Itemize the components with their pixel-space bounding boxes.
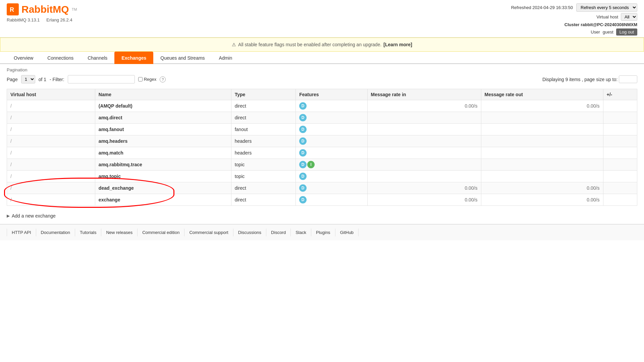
footer-link-plugins[interactable]: Plugins — [311, 229, 335, 236]
col-rate-in: Message rate in — [367, 89, 481, 100]
exchange-tbody: /(AMQP default)directD0.00/s0.00/s/amq.d… — [7, 100, 637, 206]
table-row[interactable]: /amq.matchheadersD — [7, 147, 637, 159]
durable-badge: D — [299, 102, 307, 110]
warning-link[interactable]: [Learn more] — [383, 42, 412, 47]
page-select[interactable]: 1 — [21, 75, 35, 83]
durable-badge: D — [299, 173, 307, 180]
cell-vhost: / — [7, 194, 95, 206]
cell-name[interactable]: (AMQP default) — [95, 100, 231, 112]
cluster-row: Cluster rabbit@PC-20240308NMXM — [511, 22, 637, 27]
page-size-input[interactable]: 100 — [619, 75, 637, 83]
col-vhost: Virtual host — [7, 89, 95, 100]
footer-nav: HTTP APIDocumentationTutorialsNew releas… — [0, 224, 644, 240]
cell-features: D — [296, 171, 367, 182]
footer-link-http-api[interactable]: HTTP API — [7, 229, 36, 236]
top-right: Refreshed 2024-04-29 16:33:50 Refresh ev… — [511, 3, 637, 36]
table-row[interactable]: /exchangedirectD0.00/s0.00/s — [7, 194, 637, 206]
regex-label[interactable]: Regex — [138, 77, 157, 82]
cell-vhost: / — [7, 124, 95, 135]
cell-rate-in — [367, 171, 481, 182]
footer-link-discussions[interactable]: Discussions — [233, 229, 266, 236]
cell-rate-out — [481, 159, 603, 171]
table-row[interactable]: /amq.rabbitmq.tracetopicDI — [7, 159, 637, 171]
durable-badge: D — [299, 161, 307, 168]
cell-rate-in — [367, 159, 481, 171]
user-label: User — [591, 29, 600, 35]
page-label: Page — [7, 77, 18, 82]
erlang-version: Erlang 26.2.4 — [46, 17, 72, 22]
cell-features: D — [296, 194, 367, 206]
tab-queues[interactable]: Queues and Streams — [153, 52, 212, 64]
cell-name[interactable]: amq.direct — [95, 112, 231, 124]
footer-link-documentation[interactable]: Documentation — [36, 229, 75, 236]
cell-features: D — [296, 135, 367, 147]
cell-name[interactable]: amq.fanout — [95, 124, 231, 135]
filter-label: - Filter: — [50, 77, 64, 82]
refresh-select[interactable]: Refresh every 5 seconds — [576, 3, 637, 12]
cell-name[interactable]: dead_exchange — [95, 182, 231, 194]
tab-connections[interactable]: Connections — [40, 52, 80, 64]
footer-link-github[interactable]: GitHub — [335, 229, 359, 236]
cell-rate-in: 0.00/s — [367, 182, 481, 194]
tab-overview[interactable]: Overview — [7, 52, 40, 64]
footer-link-slack[interactable]: Slack — [291, 229, 311, 236]
table-row[interactable]: /dead_exchangedirectD0.00/s0.00/s — [7, 182, 637, 194]
cell-name[interactable]: amq.topic — [95, 171, 231, 182]
cell-type: topic — [231, 171, 296, 182]
tab-exchanges[interactable]: Exchanges — [114, 52, 153, 64]
footer-link-commercial-edition[interactable]: Commercial edition — [138, 229, 184, 236]
tab-admin[interactable]: Admin — [212, 52, 239, 64]
tab-channels[interactable]: Channels — [80, 52, 114, 64]
durable-badge: D — [299, 149, 307, 157]
cell-plusminus — [603, 159, 637, 171]
cell-plusminus — [603, 182, 637, 194]
cell-features: D — [296, 100, 367, 112]
cell-name[interactable]: amq.match — [95, 147, 231, 159]
cell-vhost: / — [7, 135, 95, 147]
content-area: Pagination Page 1 of 1 - Filter: Regex ?… — [0, 64, 644, 224]
table-row[interactable]: /amq.fanoutfanoutD — [7, 124, 637, 135]
cell-rate-in — [367, 135, 481, 147]
add-exchange-toggle[interactable]: ▶ Add a new exchange — [7, 211, 637, 221]
virtual-host-row: Virtual host All — [511, 13, 637, 21]
regex-checkbox[interactable] — [138, 77, 143, 81]
col-plusminus: +/- — [603, 89, 637, 100]
cell-name[interactable]: amq.headers — [95, 135, 231, 147]
footer-link-tutorials[interactable]: Tutorials — [75, 229, 101, 236]
cell-vhost: / — [7, 171, 95, 182]
table-row[interactable]: /amq.topictopicD — [7, 171, 637, 182]
refresh-row: Refreshed 2024-04-29 16:33:50 Refresh ev… — [511, 3, 637, 12]
add-exchange-arrow: ▶ — [7, 214, 10, 218]
cell-name[interactable]: amq.rabbitmq.trace — [95, 159, 231, 171]
col-features: Features — [296, 89, 367, 100]
table-row[interactable]: /amq.headersheadersD — [7, 135, 637, 147]
cell-plusminus — [603, 124, 637, 135]
regex-text: Regex — [144, 77, 157, 82]
logout-button[interactable]: Log out — [616, 28, 637, 36]
footer-link-discord[interactable]: Discord — [266, 229, 291, 236]
logo-text: RabbitMQ — [21, 4, 69, 15]
cell-type: direct — [231, 112, 296, 124]
cell-vhost: / — [7, 147, 95, 159]
logo-icon: R — [7, 3, 19, 15]
cell-vhost: / — [7, 112, 95, 124]
cell-rate-out — [481, 147, 603, 159]
cell-type: direct — [231, 194, 296, 206]
cell-plusminus — [603, 171, 637, 182]
footer-link-commercial-support[interactable]: Commercial support — [184, 229, 233, 236]
cell-features: D — [296, 112, 367, 124]
virtual-host-select[interactable]: All — [621, 13, 637, 21]
warning-banner: ⚠ All stable feature flags must be enabl… — [0, 38, 644, 52]
footer-link-new-releases[interactable]: New releases — [101, 229, 138, 236]
table-row[interactable]: /(AMQP default)directD0.00/s0.00/s — [7, 100, 637, 112]
filter-input[interactable] — [68, 75, 135, 83]
cell-rate-out: 0.00/s — [481, 100, 603, 112]
table-row[interactable]: /amq.directdirectD — [7, 112, 637, 124]
cell-plusminus — [603, 135, 637, 147]
cell-name[interactable]: exchange — [95, 194, 231, 206]
warning-icon: ⚠ — [232, 42, 236, 47]
of-label: of 1 — [39, 77, 46, 82]
regex-help[interactable]: ? — [160, 76, 166, 82]
cell-type: fanout — [231, 124, 296, 135]
table-header-row: Virtual host Name Type Features Message … — [7, 89, 637, 100]
